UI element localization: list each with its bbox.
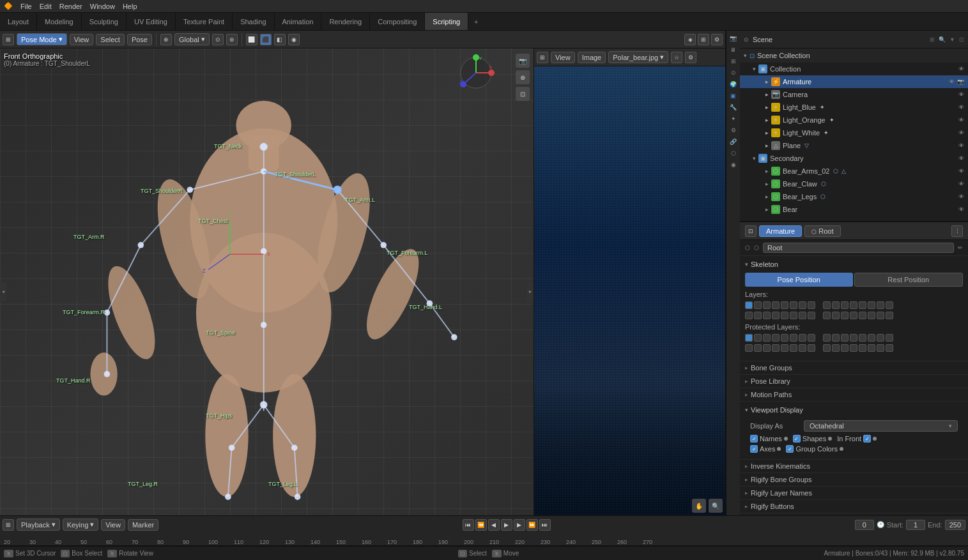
prop-tab-modifiers[interactable]: 🔧 [728,102,739,112]
tab-rendering[interactable]: Rendering [321,13,370,30]
pose-library-item[interactable]: ▸ Pose Library [740,375,968,388]
layer-dot-28[interactable] [850,312,857,319]
protect-dot-32[interactable] [886,344,893,352]
layer-dot-10[interactable] [832,301,840,309]
end-frame[interactable]: 250 [945,520,965,530]
outliner-camera[interactable]: ▸ 📷 Camera 👁 [740,88,968,101]
arm-options[interactable]: ⋮ [951,225,963,237]
protect-dot-29[interactable] [859,344,866,352]
image-area[interactable]: ✋ 🔍 [534,66,725,515]
layer-dot-11[interactable] [841,301,849,309]
light-orange-eye[interactable]: 👁 [958,117,964,123]
display-as-value[interactable]: Octahedral ▾ [804,420,958,432]
collapse-right[interactable]: ▸ [527,282,534,301]
jump-end-btn[interactable]: ⏭ [539,519,551,531]
armature-restrict-render[interactable]: 📷 [957,79,964,85]
tab-sculpting[interactable]: Sculpting [82,13,127,30]
tab-animation[interactable]: Animation [275,13,322,30]
current-frame[interactable]: 0 [855,520,874,530]
prop-tab-render[interactable]: 📷 [728,33,739,43]
protect-dot-17[interactable] [745,344,753,352]
step-fwd-btn[interactable]: ▶ [514,519,525,531]
protect-dot-15[interactable] [877,334,884,342]
protect-dot-30[interactable] [868,344,875,352]
protect-dot-24[interactable] [808,344,815,352]
gizmo-icon[interactable]: ⊞ [698,34,709,45]
tab-add[interactable]: + [468,13,484,30]
layer-dot-16[interactable] [886,301,893,309]
shading-wire[interactable]: ⬜ [246,34,257,45]
protect-dot-14[interactable] [868,334,875,342]
group-colors-cb-item[interactable]: ✓ Group Colors [786,445,843,453]
names-checkbox[interactable]: ✓ [750,435,758,443]
layer-dot-12[interactable] [850,301,857,309]
layer-dot-15[interactable] [877,301,884,309]
rigify-bone-groups-item[interactable]: ▸ Rigify Bone Groups [740,473,968,487]
menu-file[interactable]: File [20,3,32,10]
playback-btn[interactable]: Playback ▾ [17,518,60,531]
image-image-btn[interactable]: Image [578,52,606,63]
rigify-buttons-item[interactable]: ▸ Rigify Buttons [740,500,968,513]
shading-render[interactable]: ◉ [288,34,300,45]
layer-dot-9[interactable] [823,301,831,309]
layer-dot-2[interactable] [754,301,762,309]
layer-dot-24[interactable] [808,312,815,319]
bear-arms-eye[interactable]: 👁 [958,168,964,174]
protect-dot-8[interactable] [808,334,815,342]
layer-dot-21[interactable] [781,312,788,319]
outliner-armature[interactable]: ▸ ⚡ Armature 👁 📷 [740,75,968,88]
protect-dot-25[interactable] [823,344,831,352]
bear-eye[interactable]: 👁 [958,206,964,213]
eye-icon-collection[interactable]: 👁 [958,66,964,72]
protect-dot-21[interactable] [781,344,788,352]
layer-dot-26[interactable] [832,312,840,319]
protect-dot-12[interactable] [850,334,857,342]
protect-dot-27[interactable] [841,344,849,352]
tab-modeling[interactable]: Modeling [37,13,82,30]
outliner-collection[interactable]: ▾ ▣ Collection 👁 [740,63,968,75]
proportional-icon[interactable]: ⊚ [226,34,238,45]
tab-texture-paint[interactable]: Texture Paint [176,13,233,30]
layer-dot-19[interactable] [763,312,771,319]
layer-dot-1[interactable] [745,301,753,309]
view-type-icon[interactable]: ⊞ [3,34,14,45]
protect-dot-20[interactable] [772,344,780,352]
outliner-bear-legs[interactable]: ▸ ⬡ Bear_Legs ⬡ 👁 [740,190,968,203]
bear-claw-eye[interactable]: 👁 [958,181,964,187]
shapes-cb-item[interactable]: ✓ Shapes [793,435,832,443]
protect-dot-1[interactable] [745,334,753,342]
timeline-view-btn[interactable]: View [101,519,125,531]
prev-keyframe-btn[interactable]: ⏪ [475,519,487,531]
protect-dot-9[interactable] [823,334,831,342]
perspective-icon[interactable]: ⊡ [516,87,530,101]
names-cb-item[interactable]: ✓ Names [750,435,788,443]
outliner-plane[interactable]: ▸ △ Plane ▽ 👁 [740,139,968,152]
image-star[interactable]: ☆ [671,52,682,63]
menu-render[interactable]: Render [59,3,82,10]
image-type-icon[interactable]: ⊞ [537,52,548,63]
step-back-btn[interactable]: ◀ [488,519,500,531]
layer-dot-23[interactable] [799,312,806,319]
menu-window[interactable]: Window [90,3,115,10]
image-settings[interactable]: ⚙ [685,52,696,63]
protect-dot-13[interactable] [859,334,866,342]
viewport-3d[interactable]: X Y Z TGT_Neck TGT_ShoulderL TGT_Shoulde… [0,49,534,515]
gizmo[interactable]: X Y Z [457,54,495,92]
layer-dot-27[interactable] [841,312,849,319]
keying-btn[interactable]: Keying ▾ [63,518,99,531]
prop-tab-material[interactable]: ◉ [728,160,739,170]
layer-dot-29[interactable] [859,312,866,319]
outliner-light-orange[interactable]: ▸ ☀ Light_Orange ✦ 👁 [740,114,968,126]
menu-blender[interactable]: 🔶 [4,2,13,10]
start-frame[interactable]: 1 [906,520,925,530]
image-filename[interactable]: Polar_bear.jpg ▾ [608,51,668,63]
prop-tab-physics[interactable]: ⚙ [728,125,739,135]
root-name-value[interactable]: Root [763,243,954,253]
global-btn[interactable]: Global ▾ [174,33,210,45]
layer-dot-8[interactable] [808,301,815,309]
menu-help[interactable]: Help [123,3,137,10]
layer-dot-32[interactable] [886,312,893,319]
infront-checkbox[interactable]: ✓ [863,435,871,443]
protect-dot-4[interactable] [772,334,780,342]
shading-solid[interactable]: ⬛ [260,34,272,45]
